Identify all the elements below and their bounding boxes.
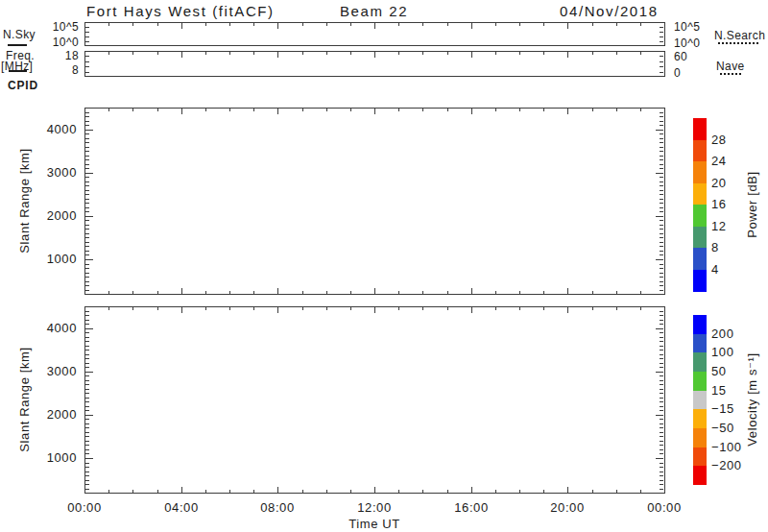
minor-y-tick [660, 346, 663, 347]
hour-tick [253, 52, 254, 55]
velocity-rti-panel [84, 306, 665, 494]
major-y-tick [85, 130, 93, 131]
hour-tick [447, 23, 448, 26]
hour-tick [471, 52, 472, 58]
hour-tick [471, 487, 472, 493]
minor-y-tick [85, 151, 89, 152]
hour-tick [398, 307, 399, 310]
minor-y-tick [85, 121, 89, 122]
hour-tick [567, 23, 568, 29]
major-y-tick [85, 328, 93, 329]
minor-y-tick [660, 384, 663, 385]
hour-tick [495, 291, 496, 294]
nave-axis-label: Nave [716, 60, 745, 73]
hour-tick [181, 109, 182, 114]
power-rti-panel [84, 108, 665, 295]
x-tick-label: 12:00 [346, 500, 403, 515]
minor-y-tick [660, 320, 663, 321]
nave-dotted-line-key [720, 73, 741, 75]
colorbar-segment [693, 140, 707, 162]
colorbar-segment [693, 391, 707, 410]
minor-y-tick [85, 436, 89, 437]
nave-right-tick-bottom: 0 [674, 66, 681, 80]
minor-y-tick [85, 281, 89, 282]
hour-tick [422, 490, 423, 493]
minor-y-tick [660, 332, 663, 333]
minor-y-tick [85, 116, 89, 117]
hour-tick [398, 52, 399, 55]
minor-y-tick [85, 194, 89, 195]
x-tick-label: 20:00 [539, 500, 596, 515]
minor-y-tick [660, 147, 663, 148]
colorbar-tick-label: 16 [711, 197, 727, 211]
hour-tick [495, 52, 496, 55]
nsearch-axis-label: N.Search [714, 29, 765, 42]
minor-y-tick [660, 285, 663, 286]
hour-tick [181, 23, 182, 29]
minor-y-tick [85, 453, 89, 454]
minor-y-tick [660, 168, 663, 169]
major-y-tick [656, 216, 663, 217]
colorbar-segment [693, 372, 707, 391]
hour-tick [132, 291, 133, 294]
minor-y-tick [85, 380, 89, 381]
major-y-tick [656, 130, 663, 131]
colorbar-segment [693, 409, 707, 428]
hour-tick [253, 291, 254, 294]
minor-y-tick [85, 185, 89, 186]
hour-tick [108, 52, 109, 55]
minor-y-tick [660, 467, 663, 468]
minor-y-tick [660, 277, 663, 278]
minor-y-tick [85, 432, 89, 433]
minor-y-tick [660, 199, 663, 200]
minor-y-tick [85, 277, 89, 278]
minor-y-tick [85, 484, 89, 485]
minor-y-tick [85, 225, 89, 226]
hour-tick [398, 109, 399, 111]
minor-y-tick [85, 472, 89, 472]
major-y-tick [85, 173, 93, 174]
hour-tick [592, 52, 593, 55]
hour-tick [471, 288, 472, 294]
minor-y-tick [660, 125, 663, 126]
minor-y-tick [660, 432, 663, 433]
minor-y-tick [660, 242, 663, 243]
x-tick-label: 08:00 [249, 500, 306, 515]
hour-tick [640, 109, 641, 111]
minor-y-tick [660, 401, 663, 402]
minor-y-tick [660, 410, 663, 411]
major-y-tick [85, 458, 93, 459]
minor-y-tick [660, 121, 663, 122]
minor-y-tick [660, 367, 663, 368]
minor-y-tick [85, 133, 89, 134]
major-y-tick [85, 216, 93, 217]
minor-y-tick [85, 475, 89, 476]
hour-tick [398, 490, 399, 493]
minor-y-tick [660, 112, 663, 113]
y-tick-label: 1000 [27, 450, 77, 465]
minor-y-tick [660, 164, 663, 165]
hour-tick [108, 307, 109, 310]
hour-tick [253, 109, 254, 111]
minor-y-tick [660, 61, 663, 62]
minor-y-tick [85, 406, 89, 407]
hour-tick [374, 52, 375, 58]
hour-tick [205, 109, 206, 111]
minor-y-tick [85, 337, 89, 338]
hour-tick [592, 291, 593, 294]
major-y-tick [85, 259, 93, 260]
minor-y-tick [660, 181, 663, 182]
freq-left-tick-top: 18 [44, 49, 79, 62]
minor-y-tick [85, 61, 89, 62]
hour-tick [374, 288, 375, 294]
minor-y-tick [85, 489, 89, 490]
minor-y-tick [85, 264, 89, 265]
minor-y-tick [85, 410, 89, 411]
minor-y-tick [85, 384, 89, 385]
velocity-colorbar-title: Velocity [m s⁻¹] [745, 352, 759, 446]
minor-y-tick [85, 463, 89, 464]
minor-y-tick [85, 367, 89, 368]
minor-y-tick [660, 138, 663, 139]
hour-tick [205, 307, 206, 310]
minor-y-tick [85, 332, 89, 333]
